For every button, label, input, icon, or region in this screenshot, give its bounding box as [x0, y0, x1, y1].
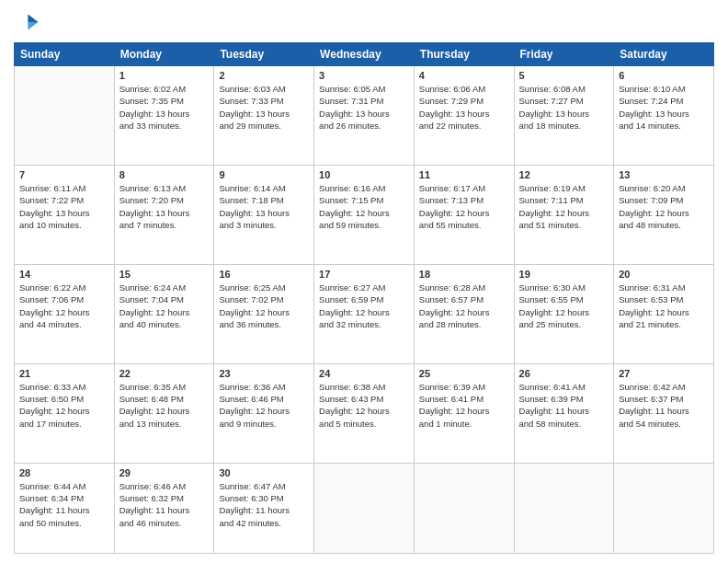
- table-row: 24Sunrise: 6:38 AM Sunset: 6:43 PM Dayli…: [314, 363, 415, 463]
- table-row: 8Sunrise: 6:13 AM Sunset: 7:20 PM Daylig…: [114, 165, 214, 264]
- table-row: 27Sunrise: 6:42 AM Sunset: 6:37 PM Dayli…: [614, 363, 714, 463]
- header-saturday: Saturday: [614, 43, 714, 66]
- day-content: Sunrise: 6:27 AM Sunset: 6:59 PM Dayligh…: [319, 282, 409, 330]
- table-row: 16Sunrise: 6:25 AM Sunset: 7:02 PM Dayli…: [214, 264, 314, 363]
- table-row: 19Sunrise: 6:30 AM Sunset: 6:55 PM Dayli…: [514, 264, 614, 363]
- day-number: 23: [219, 368, 309, 379]
- table-row: 21Sunrise: 6:33 AM Sunset: 6:50 PM Dayli…: [15, 363, 115, 463]
- day-content: Sunrise: 6:30 AM Sunset: 6:55 PM Dayligh…: [519, 282, 609, 330]
- table-row: [314, 463, 415, 553]
- header-sunday: Sunday: [15, 43, 115, 66]
- day-content: Sunrise: 6:08 AM Sunset: 7:27 PM Dayligh…: [519, 83, 609, 132]
- day-number: 2: [219, 70, 309, 81]
- day-content: Sunrise: 6:22 AM Sunset: 7:06 PM Dayligh…: [19, 282, 109, 330]
- day-number: 18: [419, 269, 509, 280]
- table-row: 22Sunrise: 6:35 AM Sunset: 6:48 PM Dayli…: [114, 363, 214, 463]
- day-number: 20: [619, 269, 709, 280]
- table-row: 23Sunrise: 6:36 AM Sunset: 6:46 PM Dayli…: [214, 363, 314, 463]
- calendar-header-row: Sunday Monday Tuesday Wednesday Thursday…: [15, 43, 714, 66]
- calendar-week-row: 1Sunrise: 6:02 AM Sunset: 7:35 PM Daylig…: [15, 66, 714, 166]
- table-row: 29Sunrise: 6:46 AM Sunset: 6:32 PM Dayli…: [114, 463, 214, 553]
- day-content: Sunrise: 6:20 AM Sunset: 7:09 PM Dayligh…: [619, 182, 709, 231]
- day-content: Sunrise: 6:41 AM Sunset: 6:39 PM Dayligh…: [519, 381, 609, 430]
- day-content: Sunrise: 6:05 AM Sunset: 7:31 PM Dayligh…: [319, 83, 409, 132]
- day-number: 13: [619, 169, 709, 180]
- day-number: 17: [319, 269, 409, 280]
- day-content: Sunrise: 6:02 AM Sunset: 7:35 PM Dayligh…: [119, 83, 210, 132]
- day-content: Sunrise: 6:31 AM Sunset: 6:53 PM Dayligh…: [619, 282, 709, 330]
- day-content: Sunrise: 6:39 AM Sunset: 6:41 PM Dayligh…: [419, 381, 509, 430]
- calendar-week-row: 28Sunrise: 6:44 AM Sunset: 6:34 PM Dayli…: [15, 463, 714, 553]
- header-monday: Monday: [114, 43, 214, 66]
- day-number: 4: [419, 70, 509, 81]
- day-number: 7: [19, 169, 109, 180]
- header-wednesday: Wednesday: [314, 43, 415, 66]
- day-number: 14: [19, 269, 109, 280]
- day-number: 30: [219, 467, 309, 478]
- table-row: 3Sunrise: 6:05 AM Sunset: 7:31 PM Daylig…: [314, 66, 415, 166]
- svg-marker-0: [28, 15, 38, 22]
- day-content: Sunrise: 6:24 AM Sunset: 7:04 PM Dayligh…: [119, 282, 210, 330]
- logo: [14, 9, 43, 35]
- day-content: Sunrise: 6:06 AM Sunset: 7:29 PM Dayligh…: [419, 83, 509, 132]
- day-content: Sunrise: 6:10 AM Sunset: 7:24 PM Dayligh…: [619, 83, 709, 132]
- day-content: Sunrise: 6:16 AM Sunset: 7:15 PM Dayligh…: [319, 182, 409, 231]
- calendar-table: Sunday Monday Tuesday Wednesday Thursday…: [14, 42, 714, 554]
- table-row: 10Sunrise: 6:16 AM Sunset: 7:15 PM Dayli…: [314, 165, 415, 264]
- day-content: Sunrise: 6:03 AM Sunset: 7:33 PM Dayligh…: [219, 83, 309, 132]
- day-number: 28: [19, 467, 109, 478]
- table-row: [614, 463, 714, 553]
- table-row: 12Sunrise: 6:19 AM Sunset: 7:11 PM Dayli…: [514, 165, 614, 264]
- day-number: 10: [319, 169, 409, 180]
- table-row: 6Sunrise: 6:10 AM Sunset: 7:24 PM Daylig…: [614, 66, 714, 166]
- day-number: 12: [519, 169, 609, 180]
- day-number: 16: [219, 269, 309, 280]
- day-number: 25: [419, 368, 509, 379]
- header: [14, 9, 714, 35]
- day-content: Sunrise: 6:35 AM Sunset: 6:48 PM Dayligh…: [119, 381, 210, 430]
- table-row: 7Sunrise: 6:11 AM Sunset: 7:22 PM Daylig…: [15, 165, 115, 264]
- day-number: 15: [119, 269, 210, 280]
- day-content: Sunrise: 6:42 AM Sunset: 6:37 PM Dayligh…: [619, 381, 709, 430]
- day-number: 6: [619, 70, 709, 81]
- table-row: [514, 463, 614, 553]
- table-row: [15, 66, 115, 166]
- day-content: Sunrise: 6:33 AM Sunset: 6:50 PM Dayligh…: [19, 381, 109, 430]
- day-content: Sunrise: 6:17 AM Sunset: 7:13 PM Dayligh…: [419, 182, 509, 231]
- day-number: 1: [119, 70, 210, 81]
- calendar-week-row: 14Sunrise: 6:22 AM Sunset: 7:06 PM Dayli…: [15, 264, 714, 363]
- day-content: Sunrise: 6:25 AM Sunset: 7:02 PM Dayligh…: [219, 282, 309, 330]
- logo-icon: [14, 9, 40, 35]
- table-row: 25Sunrise: 6:39 AM Sunset: 6:41 PM Dayli…: [414, 363, 514, 463]
- day-content: Sunrise: 6:14 AM Sunset: 7:18 PM Dayligh…: [219, 182, 309, 231]
- day-content: Sunrise: 6:28 AM Sunset: 6:57 PM Dayligh…: [419, 282, 509, 330]
- table-row: 30Sunrise: 6:47 AM Sunset: 6:30 PM Dayli…: [214, 463, 314, 553]
- day-number: 5: [519, 70, 609, 81]
- day-content: Sunrise: 6:46 AM Sunset: 6:32 PM Dayligh…: [119, 480, 210, 529]
- day-number: 21: [19, 368, 109, 379]
- day-content: Sunrise: 6:38 AM Sunset: 6:43 PM Dayligh…: [319, 381, 409, 430]
- day-number: 11: [419, 169, 509, 180]
- table-row: 11Sunrise: 6:17 AM Sunset: 7:13 PM Dayli…: [414, 165, 514, 264]
- table-row: 26Sunrise: 6:41 AM Sunset: 6:39 PM Dayli…: [514, 363, 614, 463]
- table-row: 17Sunrise: 6:27 AM Sunset: 6:59 PM Dayli…: [314, 264, 415, 363]
- table-row: 13Sunrise: 6:20 AM Sunset: 7:09 PM Dayli…: [614, 165, 714, 264]
- table-row: [414, 463, 514, 553]
- day-content: Sunrise: 6:19 AM Sunset: 7:11 PM Dayligh…: [519, 182, 609, 231]
- day-number: 29: [119, 467, 210, 478]
- header-friday: Friday: [514, 43, 614, 66]
- calendar-week-row: 7Sunrise: 6:11 AM Sunset: 7:22 PM Daylig…: [15, 165, 714, 264]
- day-number: 24: [319, 368, 409, 379]
- header-tuesday: Tuesday: [214, 43, 314, 66]
- table-row: 4Sunrise: 6:06 AM Sunset: 7:29 PM Daylig…: [414, 66, 514, 166]
- table-row: 18Sunrise: 6:28 AM Sunset: 6:57 PM Dayli…: [414, 264, 514, 363]
- day-number: 3: [319, 70, 409, 81]
- day-number: 22: [119, 368, 210, 379]
- day-content: Sunrise: 6:13 AM Sunset: 7:20 PM Dayligh…: [119, 182, 210, 231]
- day-number: 26: [519, 368, 609, 379]
- table-row: 5Sunrise: 6:08 AM Sunset: 7:27 PM Daylig…: [514, 66, 614, 166]
- day-content: Sunrise: 6:36 AM Sunset: 6:46 PM Dayligh…: [219, 381, 309, 430]
- table-row: 1Sunrise: 6:02 AM Sunset: 7:35 PM Daylig…: [114, 66, 214, 166]
- page: Sunday Monday Tuesday Wednesday Thursday…: [0, 0, 728, 563]
- header-thursday: Thursday: [414, 43, 514, 66]
